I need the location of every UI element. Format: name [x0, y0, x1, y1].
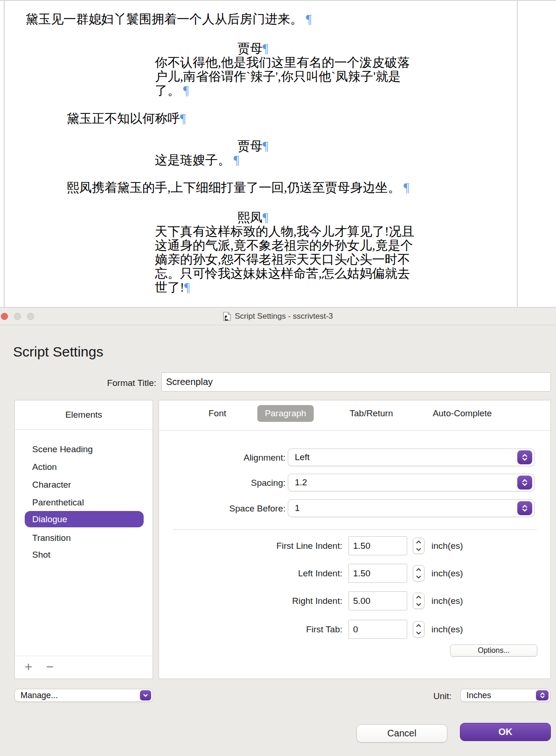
script-paragraph-character[interactable]: 贾母¶ — [237, 139, 268, 153]
tab-tab-return[interactable]: Tab/Return — [342, 405, 401, 422]
first-tab-unit: inch(es) — [431, 624, 463, 635]
paragraph-text: 贾母 — [237, 139, 263, 153]
right-indent-label: Right Indent: — [187, 596, 342, 606]
element-item-transition[interactable]: Transition — [25, 530, 144, 546]
pilcrow-mark: ¶ — [183, 84, 189, 98]
add-element-button[interactable]: + — [21, 659, 36, 675]
popup-chevrons-icon — [536, 690, 549, 700]
alignment-label: Alignment: — [164, 453, 285, 463]
pilcrow-mark: ¶ — [180, 112, 186, 126]
pilcrow-mark: ¶ — [306, 12, 312, 26]
first-tab-value: 0 — [353, 624, 358, 635]
elements-footer: + − — [15, 656, 153, 679]
first-tab-stepper[interactable] — [413, 621, 424, 637]
stepper-up-icon[interactable] — [413, 622, 424, 630]
script-paragraph-character[interactable]: 贾母¶ — [237, 42, 268, 56]
script-paragraph-dialogue[interactable]: 天下真有这样标致的人物,我今儿才算见了!况且 这通身的气派,竟不象老祖宗的外孙女… — [155, 224, 414, 294]
element-item-scene-heading[interactable]: Scene Heading — [25, 441, 144, 457]
stepper-up-icon[interactable] — [413, 593, 424, 601]
options-button[interactable]: Options... — [450, 644, 537, 657]
paragraph-text: 黛玉见一群媳妇丫鬟围拥着一个人从后房门进来。 — [26, 12, 306, 26]
script-settings-dialog: Script Settings Format Title: Screenplay… — [0, 325, 556, 756]
stepper-down-icon[interactable] — [413, 630, 424, 637]
element-item-dialogue[interactable]: Dialogue — [25, 511, 144, 527]
element-item-shot[interactable]: Shot — [25, 546, 144, 563]
right-indent-unit: inch(es) — [431, 596, 463, 606]
alignment-popup[interactable]: Left — [288, 448, 535, 466]
first-line-indent-input[interactable]: 1.50 — [348, 536, 407, 555]
popup-chevrons-icon — [517, 476, 532, 490]
spacing-popup[interactable]: 1.2 — [288, 474, 535, 491]
left-indent-stepper[interactable] — [413, 565, 424, 581]
title-bar: Script Settings - sscrivtest-3 — [0, 307, 556, 325]
ok-button[interactable]: OK — [460, 723, 551, 741]
unit-label: Unit: — [368, 691, 452, 701]
pulldown-chevron-icon — [140, 690, 151, 700]
stepper-down-icon[interactable] — [413, 601, 424, 609]
element-item-parenthetical[interactable]: Parenthetical — [25, 494, 144, 511]
spacing-label: Spacing: — [164, 478, 285, 488]
paragraph-text: 熙凤携着黛玉的手,上下细细打量了一回,仍送至贾母身边坐。 — [67, 181, 403, 195]
tab-auto-complete[interactable]: Auto-Complete — [425, 405, 500, 422]
script-paragraph-character[interactable]: 熙凤¶ — [237, 210, 268, 224]
space-before-popup[interactable]: 1 — [288, 499, 535, 517]
zoom-window-button[interactable] — [27, 313, 34, 320]
script-paragraph-dialogue[interactable]: 你不认得他,他是我们这里有名的一个泼皮破落 户儿,南省俗谓作`辣子',你只叫他`… — [155, 56, 410, 98]
popup-chevrons-icon — [517, 501, 532, 515]
first-line-indent-unit: inch(es) — [431, 541, 463, 551]
pilcrow-mark: ¶ — [184, 280, 190, 294]
minimize-window-button[interactable] — [14, 313, 21, 320]
left-indent-value: 1.50 — [353, 568, 370, 579]
right-indent-input[interactable]: 5.00 — [348, 591, 407, 610]
left-indent-label: Left Indent: — [187, 568, 342, 579]
paragraph-text: 熙凤 — [237, 210, 263, 224]
first-tab-label: First Tab: — [187, 624, 342, 635]
cancel-button[interactable]: Cancel — [356, 724, 447, 742]
format-title-input[interactable]: Screenplay — [161, 372, 551, 392]
unit-popup[interactable]: Inches — [460, 689, 550, 702]
stepper-down-icon[interactable] — [413, 546, 424, 554]
first-tab-input[interactable]: 0 — [348, 620, 407, 639]
format-title-value: Screenplay — [166, 377, 213, 387]
unit-value: Inches — [466, 691, 491, 700]
tab-paragraph[interactable]: Paragraph — [257, 405, 314, 422]
remove-element-button[interactable]: − — [42, 659, 58, 675]
first-line-indent-label: First Line Indent: — [187, 541, 342, 551]
close-window-button[interactable] — [1, 313, 8, 320]
stepper-up-icon[interactable] — [413, 566, 424, 574]
page-edge-left — [4, 1, 5, 308]
stepper-down-icon[interactable] — [413, 574, 424, 581]
pilcrow-mark: ¶ — [403, 181, 409, 195]
pilcrow-mark: ¶ — [263, 210, 268, 224]
page-edge-right — [517, 1, 518, 308]
script-paragraph-action[interactable]: 黛玉正不知以何称呼¶ — [67, 112, 186, 126]
spacing-value: 1.2 — [295, 477, 307, 488]
element-item-character[interactable]: Character — [25, 476, 144, 493]
section-divider — [173, 529, 537, 530]
first-line-indent-value: 1.50 — [353, 541, 370, 551]
left-indent-input[interactable]: 1.50 — [348, 564, 407, 583]
paragraph-text: 贾母 — [237, 42, 263, 56]
element-item-action[interactable]: Action — [25, 459, 144, 475]
elements-header: Elements — [15, 400, 153, 430]
script-paragraph-action[interactable]: 黛玉见一群媳妇丫鬟围拥着一个人从后房门进来。 ¶ — [26, 12, 312, 26]
paragraph-text: 天下真有这样标致的人物,我今儿才算见了!况且 这通身的气派,竟不象老祖宗的外孙女… — [155, 224, 414, 294]
manage-pulldown[interactable]: Manage... — [14, 689, 153, 702]
right-indent-stepper[interactable] — [413, 593, 424, 609]
popup-chevrons-icon — [517, 450, 532, 464]
dialog-heading: Script Settings — [13, 344, 103, 360]
pilcrow-mark: ¶ — [234, 153, 239, 167]
tab-font[interactable]: Font — [201, 405, 234, 422]
script-editor[interactable]: 黛玉见一群媳妇丫鬟围拥着一个人从后房门进来。 ¶ 贾母¶ 你不认得他,他是我们这… — [0, 0, 556, 307]
space-before-value: 1 — [295, 503, 300, 513]
paragraph-text: 黛玉正不知以何称呼 — [67, 112, 180, 126]
stepper-up-icon[interactable] — [413, 538, 424, 546]
paragraph-text: 你不认得他,他是我们这里有名的一个泼皮破落 户儿,南省俗谓作`辣子',你只叫他`… — [155, 56, 410, 98]
first-line-indent-stepper[interactable] — [413, 538, 424, 554]
format-title-label: Format Title: — [47, 378, 156, 388]
script-paragraph-action[interactable]: 熙凤携着黛玉的手,上下细细打量了一回,仍送至贾母身边坐。 ¶ — [67, 181, 409, 195]
manage-label: Manage... — [21, 691, 58, 700]
pilcrow-mark: ¶ — [263, 139, 268, 153]
script-paragraph-dialogue[interactable]: 这是琏嫂子。 ¶ — [155, 153, 239, 167]
window-title: Script Settings - sscrivtest-3 — [235, 312, 333, 321]
